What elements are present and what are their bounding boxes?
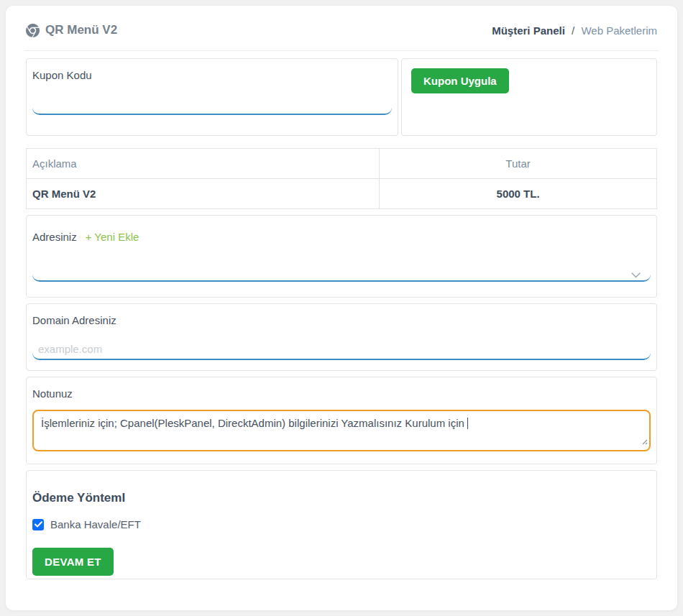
order-item-amount: 5000 TL. bbox=[380, 179, 657, 209]
coupon-row: Kupon Kodu Kupon Uygula bbox=[26, 58, 657, 136]
domain-section: Domain Adresiniz bbox=[26, 303, 657, 371]
address-section: Adresiniz + Yeni Ekle bbox=[26, 215, 657, 298]
coupon-label: Kupon Kodu bbox=[32, 69, 392, 81]
chevron-down-icon bbox=[631, 268, 641, 281]
card-header: QR Menü V2 Müşteri Paneli / Web Paketler… bbox=[26, 6, 657, 50]
address-label: Adresiniz bbox=[32, 231, 77, 243]
add-new-address-link[interactable]: + Yeni Ekle bbox=[86, 231, 139, 243]
payment-method-label: Banka Havale/EFT bbox=[50, 518, 141, 530]
payment-heading: Ödeme YöntemI bbox=[32, 491, 651, 505]
breadcrumb-parent-link[interactable]: Müşteri Paneli bbox=[492, 24, 565, 37]
continue-button[interactable]: DEVAM ET bbox=[32, 548, 114, 576]
breadcrumb-separator: / bbox=[572, 24, 574, 37]
domain-label: Domain Adresiniz bbox=[32, 314, 651, 326]
payment-method-row[interactable]: Banka Havale/EFT bbox=[32, 518, 651, 530]
order-item-description: QR Menü V2 bbox=[27, 179, 380, 209]
note-label: Notunuz bbox=[32, 387, 651, 400]
resize-handle-icon[interactable] bbox=[640, 434, 648, 449]
address-label-row: Adresiniz + Yeni Ekle bbox=[32, 231, 651, 243]
address-select[interactable] bbox=[32, 262, 651, 282]
coupon-input[interactable] bbox=[32, 93, 392, 115]
header-divider bbox=[24, 50, 659, 51]
breadcrumb-current: Web Paketlerim bbox=[581, 24, 657, 37]
note-textarea[interactable]: İşlemleriniz için; Cpanel(PleskPanel, Di… bbox=[32, 410, 651, 451]
page-title-text: QR Menü V2 bbox=[45, 23, 117, 37]
domain-input[interactable] bbox=[32, 339, 651, 360]
apply-coupon-button[interactable]: Kupon Uygula bbox=[411, 68, 509, 93]
text-cursor bbox=[467, 418, 469, 429]
coupon-apply-box: Kupon Uygula bbox=[401, 58, 657, 136]
table-row: QR Menü V2 5000 TL. bbox=[27, 179, 657, 209]
note-section: Notunuz İşlemleriniz için; Cpanel(PleskP… bbox=[26, 377, 657, 464]
breadcrumb: Müşteri Paneli / Web Paketlerim bbox=[492, 24, 657, 37]
address-select-value bbox=[32, 265, 38, 277]
chrome-icon bbox=[26, 24, 40, 37]
column-header-amount: Tutar bbox=[380, 149, 657, 179]
main-card: QR Menü V2 Müşteri Paneli / Web Paketler… bbox=[6, 6, 677, 610]
note-text: İşlemleriniz için; Cpanel(PleskPanel, Di… bbox=[41, 417, 464, 429]
checkbox-checked-icon[interactable] bbox=[32, 519, 44, 530]
payment-section: Ödeme YöntemI Banka Havale/EFT DEVAM ET bbox=[26, 470, 657, 579]
order-table-header-row: Açıklama Tutar bbox=[27, 149, 657, 179]
page-title: QR Menü V2 bbox=[26, 23, 117, 37]
column-header-description: Açıklama bbox=[27, 149, 380, 179]
coupon-box: Kupon Kodu bbox=[26, 58, 398, 136]
order-table: Açıklama Tutar QR Menü V2 5000 TL. bbox=[26, 148, 657, 209]
